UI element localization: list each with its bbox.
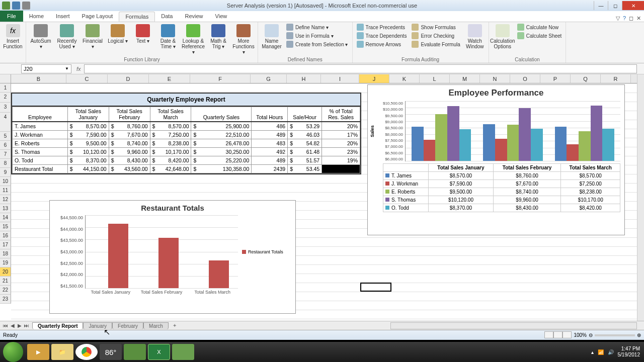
row-header[interactable]: 2	[0, 93, 11, 103]
sheet-nav-button[interactable]: ◀	[9, 323, 16, 328]
table-row[interactable]: S. Thomas$10,120.00$9,960.00$10,170.00	[383, 196, 620, 204]
bar[interactable]	[579, 131, 591, 161]
date-time-button[interactable]: Date & Time ▾	[156, 23, 180, 50]
table-cell[interactable]: S. Thomas	[13, 148, 68, 156]
column-header[interactable]: J	[359, 74, 389, 83]
row-header[interactable]: 1	[0, 83, 11, 93]
bar[interactable]	[412, 127, 424, 161]
column-header[interactable]: B	[11, 74, 66, 83]
table-cell[interactable]: 489	[252, 156, 288, 165]
table-cell[interactable]: 30,250.00	[191, 148, 252, 156]
row-header[interactable]: 11	[0, 186, 11, 195]
table-cell[interactable]: 8,420.00	[150, 156, 191, 165]
table-cell[interactable]: 51.57	[288, 156, 322, 165]
bar[interactable]	[459, 129, 471, 161]
column-header[interactable]: Q	[571, 74, 601, 83]
network-icon[interactable]: 📶	[598, 349, 604, 355]
table-cell[interactable]: E. Roberts	[13, 139, 68, 148]
evaluate-formula-button[interactable]: Evaluate Formula	[410, 40, 462, 48]
excel-taskbar-icon[interactable]: X	[148, 344, 170, 360]
table-cell[interactable]: 8,740.00	[109, 139, 150, 148]
table-cell[interactable]: 22,510.00	[191, 131, 252, 139]
column-header[interactable]: I	[321, 74, 359, 83]
fx-icon[interactable]: fx	[76, 66, 81, 72]
row-header[interactable]: 18	[0, 249, 11, 258]
bar[interactable]	[519, 108, 531, 161]
tray-chevron-icon[interactable]: ▴	[591, 349, 594, 355]
table-cell[interactable]: 2439	[252, 165, 288, 173]
table-cell[interactable]	[322, 165, 360, 173]
autosum-button[interactable]: AutoSum ▾	[28, 23, 53, 50]
table-row[interactable]: T. James8,570.008,760.008,570.0025,900.0…	[13, 122, 360, 131]
calculate-now-button[interactable]: Calculate Now	[515, 23, 564, 31]
math-trig-button[interactable]: Math & Trig ▾	[206, 23, 230, 50]
table-cell[interactable]: 9,960.00	[109, 148, 150, 156]
formula-input[interactable]	[84, 64, 637, 73]
table-row[interactable]: J. Workman7,590.007,670.007,250.0022,510…	[13, 131, 360, 139]
name-box[interactable]: J20▼	[21, 64, 71, 73]
save-icon[interactable]	[12, 2, 20, 10]
table-cell[interactable]: 7,590.00	[67, 131, 109, 139]
row-header[interactable]: 5	[0, 132, 11, 141]
table-cell[interactable]: 19%	[322, 156, 360, 165]
table-cell[interactable]: 20%	[322, 139, 360, 148]
sheet-tab[interactable]: January	[83, 322, 112, 329]
create-from-selection-button[interactable]: Create from Selection ▾	[284, 40, 350, 48]
zoom-slider[interactable]	[595, 334, 635, 336]
column-header[interactable]: N	[480, 74, 510, 83]
table-cell[interactable]: 61.48	[288, 148, 322, 156]
table-cell[interactable]: 10,170.00	[150, 148, 191, 156]
row-header[interactable]: 17	[0, 240, 11, 249]
table-cell[interactable]: 483	[252, 139, 288, 148]
table-row[interactable]: S. Thomas10,120.009,960.0010,170.0030,25…	[13, 148, 360, 156]
table-row[interactable]: O. Todd8,370.008,430.008,420.0025,220.00…	[13, 156, 360, 165]
watch-window-button[interactable]: Watch Window	[463, 23, 487, 50]
zoom-in-button[interactable]: ⊕	[637, 332, 641, 338]
view-buttons[interactable]	[544, 331, 572, 339]
weather-icon[interactable]: 86°	[100, 344, 122, 360]
table-row[interactable]: T. James$8,570.00$8,760.00$8,570.00	[383, 172, 620, 180]
restaurant-totals-chart[interactable]: Restaurant Totals $44,500.00$44,000.00$4…	[49, 200, 296, 314]
bar[interactable]	[507, 125, 519, 161]
column-header[interactable]: E	[149, 74, 190, 83]
table-cell[interactable]: 46.03	[288, 131, 322, 139]
select-all-corner[interactable]	[0, 74, 11, 83]
column-header[interactable]: C	[66, 74, 108, 83]
row-header[interactable]: 9	[0, 168, 11, 177]
maximize-button[interactable]: ◻	[608, 1, 622, 10]
trace-precedents-button[interactable]: Trace Precedents	[355, 23, 409, 31]
vertical-scrollbar[interactable]	[637, 74, 644, 321]
row-header[interactable]: 23	[0, 295, 11, 304]
calculate-sheet-button[interactable]: Calculate Sheet	[515, 32, 564, 40]
row-header[interactable]: 20	[0, 267, 11, 277]
column-header[interactable]: K	[389, 74, 420, 83]
zoom-out-button[interactable]: ⊖	[589, 332, 593, 338]
table-total-row[interactable]: Restaurant Total44,150.0043,560.0042,648…	[13, 165, 360, 173]
bar[interactable]	[591, 106, 603, 161]
sheet-tab[interactable]: February	[112, 322, 143, 329]
table-cell[interactable]: 17%	[322, 131, 360, 139]
table-cell[interactable]: 9,500.00	[67, 139, 109, 148]
row-header[interactable]: 22	[0, 286, 11, 295]
more-functions-button[interactable]: More Functions ▾	[231, 23, 256, 56]
minimize-button[interactable]: —	[594, 1, 608, 10]
table-cell[interactable]: 25,900.00	[191, 122, 252, 131]
media-player-icon[interactable]: ▶	[27, 344, 49, 360]
table-cell[interactable]: 8,760.00	[109, 122, 150, 131]
table-cell[interactable]: J. Workman	[13, 131, 68, 139]
tab-insert[interactable]: Insert	[50, 12, 76, 22]
bar[interactable]	[209, 260, 229, 288]
sheet-tab[interactable]: March	[143, 322, 169, 329]
row-header[interactable]: 8	[0, 159, 11, 168]
use-in-formula-button[interactable]: Use in Formula ▾	[284, 32, 350, 40]
table-cell[interactable]: O. Todd	[13, 156, 68, 165]
column-header[interactable]: O	[510, 74, 540, 83]
row-header[interactable]: 16	[0, 231, 11, 240]
table-cell[interactable]: 8,570.00	[67, 122, 109, 131]
column-header[interactable]: H	[287, 74, 321, 83]
app-icon[interactable]	[124, 344, 146, 360]
sheet-nav-button[interactable]: ⏮	[2, 323, 9, 328]
minimize-ribbon-icon[interactable]: ▽	[616, 15, 620, 22]
trace-dependents-button[interactable]: Trace Dependents	[355, 32, 409, 40]
tab-view[interactable]: View	[209, 12, 233, 22]
